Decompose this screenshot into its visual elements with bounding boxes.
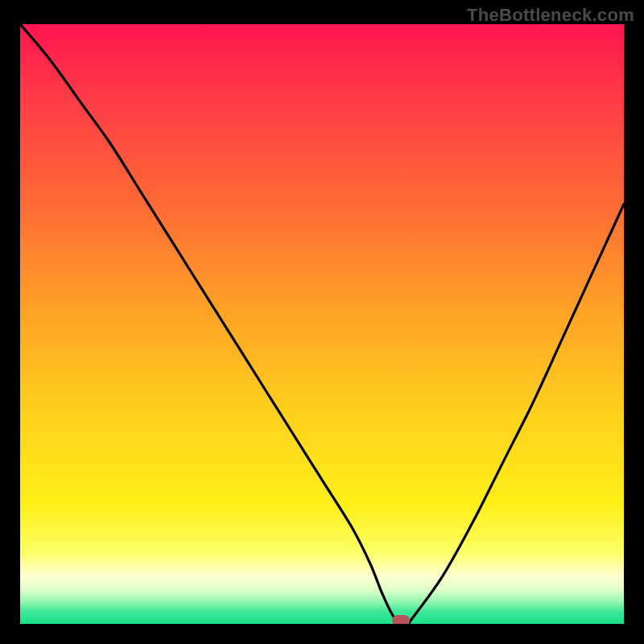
chart-frame: TheBottleneck.com [0, 0, 644, 644]
optimum-marker [392, 615, 410, 624]
bottleneck-curve [20, 24, 624, 624]
plot-area [20, 24, 624, 624]
watermark-text: TheBottleneck.com [467, 5, 634, 26]
